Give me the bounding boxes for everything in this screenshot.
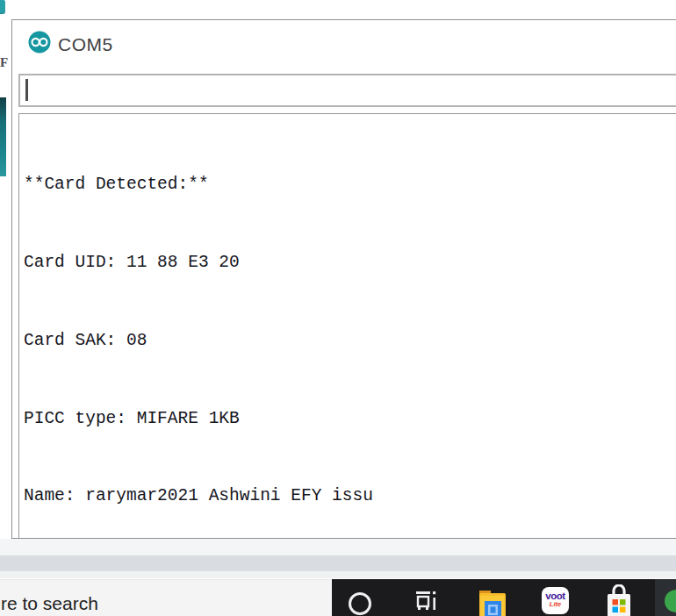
desktop-strip: [0, 571, 676, 579]
voot-lite-label: Lite: [542, 601, 569, 608]
ide-fragment-teal-icon: [0, 0, 5, 13]
window-title: COM5: [58, 34, 113, 55]
windows-taskbar: re to search voot Li: [0, 579, 676, 616]
screen: F COM5 **Card Detected:** Card UID: 11 8…: [0, 0, 676, 616]
text-cursor: [25, 79, 28, 101]
file-explorer-icon[interactable]: [478, 589, 507, 616]
desktop-strip: [0, 539, 676, 555]
serial-output-area[interactable]: **Card Detected:** Card UID: 11 88 E3 20…: [18, 113, 676, 538]
arduino-icon: [28, 31, 51, 54]
serial-monitor-window: COM5 **Card Detected:** Card UID: 11 88 …: [11, 19, 676, 539]
ide-fragment-teal-strip: [0, 97, 6, 176]
serial-send-input[interactable]: [18, 74, 676, 107]
serial-output-line: Card UID: 11 88 E3 20: [24, 250, 676, 276]
task-view-icon[interactable]: [414, 587, 438, 612]
voot-lite-icon[interactable]: voot Lite: [542, 587, 569, 614]
serial-output-line: **Card Detected:**: [24, 172, 676, 198]
microsoft-store-icon[interactable]: [604, 584, 634, 616]
search-placeholder-text: re to search: [1, 593, 98, 614]
desktop-strip: [0, 555, 676, 571]
taskbar-search-box[interactable]: re to search: [0, 579, 332, 616]
ide-fragment-letter: F: [0, 55, 9, 73]
cortana-search-icon[interactable]: [349, 592, 371, 615]
window-titlebar[interactable]: COM5: [12, 20, 676, 73]
serial-output-line: Card SAK: 08: [24, 328, 676, 355]
taskbar-icon-region: voot Lite: [332, 579, 676, 616]
serial-output-line: Name: rarymar2021 Ashwini EFY issu: [24, 483, 676, 510]
serial-output-line: PICC type: MIFARE 1KB: [24, 406, 676, 433]
